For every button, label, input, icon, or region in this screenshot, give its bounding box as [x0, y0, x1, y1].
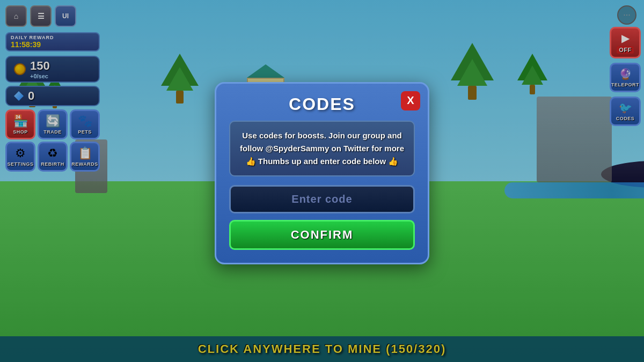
modal-close-button[interactable]: X — [401, 91, 420, 110]
modal-overlay: CODES X Use codes for boosts. Join our g… — [0, 0, 644, 362]
code-input[interactable] — [229, 185, 415, 213]
modal-description: Use codes for boosts. Join our group and… — [239, 129, 405, 168]
confirm-button[interactable]: CONFIRM — [229, 220, 415, 250]
modal-description-box: Use codes for boosts. Join our group and… — [229, 121, 415, 176]
codes-modal: CODES X Use codes for boosts. Join our g… — [215, 82, 429, 264]
modal-title: CODES — [229, 94, 415, 114]
